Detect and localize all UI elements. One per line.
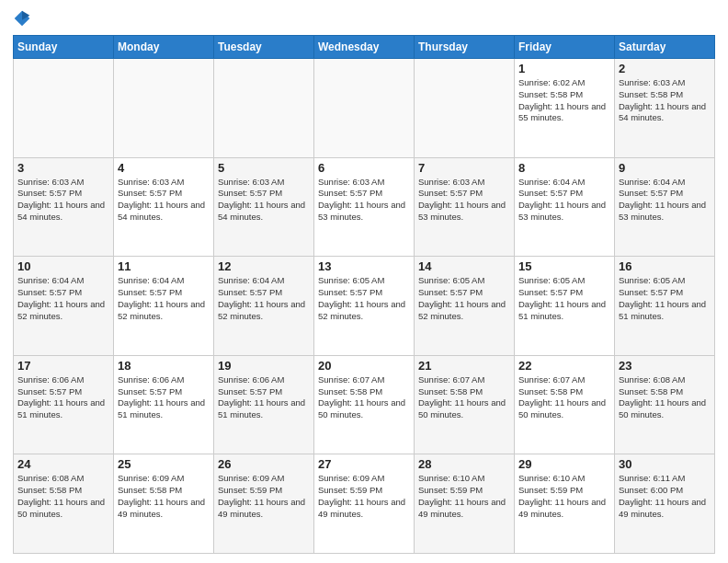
weekday-header-monday: Monday (114, 36, 214, 59)
day-info: Sunrise: 6:06 AMSunset: 5:57 PMDaylight:… (118, 374, 210, 421)
calendar-cell: 30Sunrise: 6:11 AMSunset: 6:00 PMDayligh… (615, 454, 715, 554)
day-info: Sunrise: 6:03 AMSunset: 5:57 PMDaylight:… (17, 177, 109, 224)
day-info: Sunrise: 6:03 AMSunset: 5:58 PMDaylight:… (619, 77, 711, 124)
page: SundayMondayTuesdayWednesdayThursdayFrid… (0, 0, 728, 563)
day-info: Sunrise: 6:04 AMSunset: 5:57 PMDaylight:… (218, 275, 310, 322)
day-number: 2 (619, 62, 711, 75)
calendar-cell: 12Sunrise: 6:04 AMSunset: 5:57 PMDayligh… (214, 257, 314, 356)
day-info: Sunrise: 6:09 AMSunset: 5:59 PMDaylight:… (318, 473, 410, 520)
day-info: Sunrise: 6:08 AMSunset: 5:58 PMDaylight:… (619, 374, 711, 421)
calendar-cell: 8Sunrise: 6:04 AMSunset: 5:57 PMDaylight… (515, 157, 615, 257)
week-row-2: 10Sunrise: 6:04 AMSunset: 5:57 PMDayligh… (14, 257, 715, 356)
day-info: Sunrise: 6:07 AMSunset: 5:58 PMDaylight:… (418, 374, 510, 421)
day-info: Sunrise: 6:06 AMSunset: 5:57 PMDaylight:… (218, 374, 310, 421)
calendar-cell: 14Sunrise: 6:05 AMSunset: 5:57 PMDayligh… (415, 257, 515, 356)
calendar-cell: 27Sunrise: 6:09 AMSunset: 5:59 PMDayligh… (314, 454, 415, 554)
day-number: 22 (518, 359, 610, 373)
day-number: 14 (418, 259, 510, 273)
day-info: Sunrise: 6:04 AMSunset: 5:57 PMDaylight:… (118, 275, 210, 322)
calendar-cell: 1Sunrise: 6:02 AMSunset: 5:58 PMDaylight… (515, 59, 615, 158)
day-info: Sunrise: 6:03 AMSunset: 5:57 PMDaylight:… (318, 177, 410, 224)
calendar-cell: 20Sunrise: 6:07 AMSunset: 5:58 PMDayligh… (314, 355, 415, 454)
day-info: Sunrise: 6:11 AMSunset: 6:00 PMDaylight:… (619, 473, 711, 520)
day-info: Sunrise: 6:05 AMSunset: 5:57 PMDaylight:… (518, 275, 610, 322)
day-number: 18 (118, 359, 210, 373)
weekday-header-saturday: Saturday (615, 36, 715, 59)
calendar-cell: 15Sunrise: 6:05 AMSunset: 5:57 PMDayligh… (515, 257, 615, 356)
day-info: Sunrise: 6:04 AMSunset: 5:57 PMDaylight:… (17, 275, 109, 322)
calendar-cell (114, 59, 214, 158)
calendar-cell: 5Sunrise: 6:03 AMSunset: 5:57 PMDaylight… (214, 157, 314, 257)
week-row-1: 3Sunrise: 6:03 AMSunset: 5:57 PMDaylight… (14, 157, 715, 257)
day-number: 26 (218, 457, 310, 471)
day-number: 24 (17, 457, 109, 471)
calendar-cell: 9Sunrise: 6:04 AMSunset: 5:57 PMDaylight… (615, 157, 715, 257)
day-number: 23 (619, 359, 711, 373)
day-info: Sunrise: 6:09 AMSunset: 5:59 PMDaylight:… (218, 473, 310, 520)
weekday-header-friday: Friday (515, 36, 615, 59)
day-info: Sunrise: 6:07 AMSunset: 5:58 PMDaylight:… (318, 374, 410, 421)
day-info: Sunrise: 6:05 AMSunset: 5:57 PMDaylight:… (619, 275, 711, 322)
calendar-cell: 13Sunrise: 6:05 AMSunset: 5:57 PMDayligh… (314, 257, 415, 356)
day-number: 20 (318, 359, 410, 373)
day-info: Sunrise: 6:08 AMSunset: 5:58 PMDaylight:… (17, 473, 109, 520)
calendar-cell: 21Sunrise: 6:07 AMSunset: 5:58 PMDayligh… (415, 355, 515, 454)
day-info: Sunrise: 6:10 AMSunset: 5:59 PMDaylight:… (418, 473, 510, 520)
calendar-cell: 26Sunrise: 6:09 AMSunset: 5:59 PMDayligh… (214, 454, 314, 554)
day-number: 19 (218, 359, 310, 373)
day-number: 27 (318, 457, 410, 471)
calendar-cell: 23Sunrise: 6:08 AMSunset: 5:58 PMDayligh… (615, 355, 715, 454)
header (13, 9, 715, 28)
day-info: Sunrise: 6:03 AMSunset: 5:57 PMDaylight:… (118, 177, 210, 224)
day-info: Sunrise: 6:09 AMSunset: 5:58 PMDaylight:… (118, 473, 210, 520)
day-info: Sunrise: 6:03 AMSunset: 5:57 PMDaylight:… (418, 177, 510, 224)
day-number: 21 (418, 359, 510, 373)
day-number: 1 (518, 62, 610, 75)
day-info: Sunrise: 6:06 AMSunset: 5:57 PMDaylight:… (17, 374, 109, 421)
calendar-cell: 22Sunrise: 6:07 AMSunset: 5:58 PMDayligh… (515, 355, 615, 454)
weekday-header-sunday: Sunday (14, 36, 114, 59)
calendar-cell (415, 59, 515, 158)
day-number: 28 (418, 457, 510, 471)
day-number: 30 (619, 457, 711, 471)
calendar-cell: 28Sunrise: 6:10 AMSunset: 5:59 PMDayligh… (415, 454, 515, 554)
day-number: 6 (318, 161, 410, 175)
calendar-cell: 2Sunrise: 6:03 AMSunset: 5:58 PMDaylight… (615, 59, 715, 158)
calendar-cell: 17Sunrise: 6:06 AMSunset: 5:57 PMDayligh… (14, 355, 114, 454)
calendar-cell (214, 59, 314, 158)
day-number: 3 (17, 161, 109, 175)
day-number: 11 (118, 259, 210, 273)
day-number: 7 (418, 161, 510, 175)
day-info: Sunrise: 6:05 AMSunset: 5:57 PMDaylight:… (318, 275, 410, 322)
logo (13, 9, 33, 28)
weekday-header-tuesday: Tuesday (214, 36, 314, 59)
day-number: 13 (318, 259, 410, 273)
logo-icon (13, 9, 31, 28)
day-number: 25 (118, 457, 210, 471)
week-row-4: 24Sunrise: 6:08 AMSunset: 5:58 PMDayligh… (14, 454, 715, 554)
day-info: Sunrise: 6:10 AMSunset: 5:59 PMDaylight:… (518, 473, 610, 520)
day-number: 15 (518, 259, 610, 273)
day-number: 4 (118, 161, 210, 175)
calendar: SundayMondayTuesdayWednesdayThursdayFrid… (13, 35, 715, 554)
day-info: Sunrise: 6:04 AMSunset: 5:57 PMDaylight:… (619, 177, 711, 224)
day-number: 10 (17, 259, 109, 273)
calendar-cell: 6Sunrise: 6:03 AMSunset: 5:57 PMDaylight… (314, 157, 415, 257)
day-info: Sunrise: 6:04 AMSunset: 5:57 PMDaylight:… (518, 177, 610, 224)
day-number: 12 (218, 259, 310, 273)
weekday-header-thursday: Thursday (415, 36, 515, 59)
calendar-cell (14, 59, 114, 158)
day-number: 8 (518, 161, 610, 175)
day-number: 17 (17, 359, 109, 373)
calendar-cell (314, 59, 415, 158)
calendar-cell: 18Sunrise: 6:06 AMSunset: 5:57 PMDayligh… (114, 355, 214, 454)
day-info: Sunrise: 6:05 AMSunset: 5:57 PMDaylight:… (418, 275, 510, 322)
calendar-cell: 16Sunrise: 6:05 AMSunset: 5:57 PMDayligh… (615, 257, 715, 356)
calendar-cell: 24Sunrise: 6:08 AMSunset: 5:58 PMDayligh… (14, 454, 114, 554)
day-info: Sunrise: 6:03 AMSunset: 5:57 PMDaylight:… (218, 177, 310, 224)
calendar-cell: 3Sunrise: 6:03 AMSunset: 5:57 PMDaylight… (14, 157, 114, 257)
day-info: Sunrise: 6:02 AMSunset: 5:58 PMDaylight:… (518, 77, 610, 124)
calendar-cell: 19Sunrise: 6:06 AMSunset: 5:57 PMDayligh… (214, 355, 314, 454)
calendar-cell: 29Sunrise: 6:10 AMSunset: 5:59 PMDayligh… (515, 454, 615, 554)
weekday-header-wednesday: Wednesday (314, 36, 415, 59)
